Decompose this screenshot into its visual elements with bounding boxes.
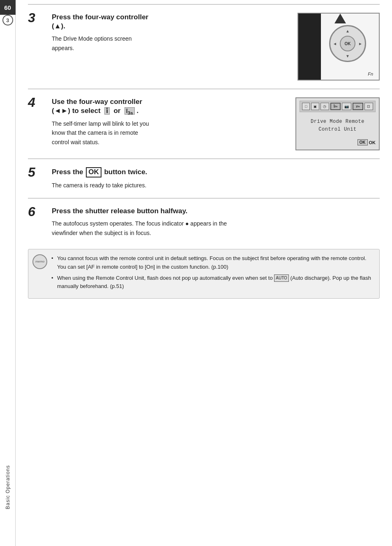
page-number: 60 — [0, 0, 16, 15]
step-3: 3 Press the four-way controller(▲). The … — [28, 4, 380, 85]
drive-mode-ok-box: OK — [357, 139, 368, 145]
memo-bullet-2: When using the Remote Control Unit, flas… — [51, 274, 373, 291]
sidebar-label: Basic Operations — [5, 465, 11, 509]
step-5-title: Press the OK button twice. — [52, 167, 380, 177]
step-6-number: 6 — [28, 205, 44, 218]
step-5: 5 Press the OK button twice. The camera … — [28, 159, 380, 194]
step-5-content: Press the OK button twice. The camera is… — [52, 167, 380, 190]
step-4-content: Use the four-way controller (◄►) to sele… — [52, 97, 287, 147]
step-4-body: The self-timer lamp will blink to let yo… — [52, 119, 287, 147]
step-3-body: The Drive Mode options screenappears. — [52, 34, 289, 53]
step-4: 4 Use the four-way controller (◄►) to se… — [28, 89, 380, 154]
step-4-image: □ ▣ ◷ i̊2s 📷 ī3s ⊡ Drive Mode Remote — [295, 97, 380, 150]
main-content: 3 Press the four-way controller(▲). The … — [16, 4, 392, 311]
step-4-number: 4 — [28, 96, 44, 109]
memo-icon-inner: memo — [32, 254, 47, 269]
drive-mode-ok-text: OK — [369, 140, 376, 145]
memo-bullet-1: You cannot focus with the remote control… — [51, 254, 373, 272]
step-5-number: 5 — [28, 166, 44, 179]
chapter-number: 3 — [2, 15, 13, 25]
memo-icon: memo — [32, 254, 47, 269]
step-6-body: The autofocus system operates. The focus… — [52, 219, 380, 237]
ok-symbol: OK — [86, 167, 101, 177]
memo-box: memo You cannot focus with the remote co… — [28, 249, 380, 299]
step-3-image: OK ▲ ▼ ◄ ► Fn — [297, 13, 380, 81]
step-6: 6 Press the shutter release button halfw… — [28, 198, 380, 242]
sidebar: 60 3 Basic Operations — [0, 0, 16, 546]
step-4-title: Use the four-way controller (◄►) to sele… — [52, 97, 287, 116]
step-6-content: Press the shutter release button halfway… — [52, 207, 380, 237]
step-3-title: Press the four-way controller(▲). — [52, 13, 289, 31]
step-3-number: 3 — [28, 11, 44, 24]
step-5-body: The camera is ready to take pictures. — [52, 181, 380, 190]
step-3-content: Press the four-way controller(▲). The Dr… — [52, 13, 289, 53]
drive-mode-label: Drive Mode Remote Control Unit — [300, 118, 376, 134]
auto-discharge-icon: AUTO — [274, 274, 289, 282]
step-6-title: Press the shutter release button halfway… — [52, 207, 380, 216]
